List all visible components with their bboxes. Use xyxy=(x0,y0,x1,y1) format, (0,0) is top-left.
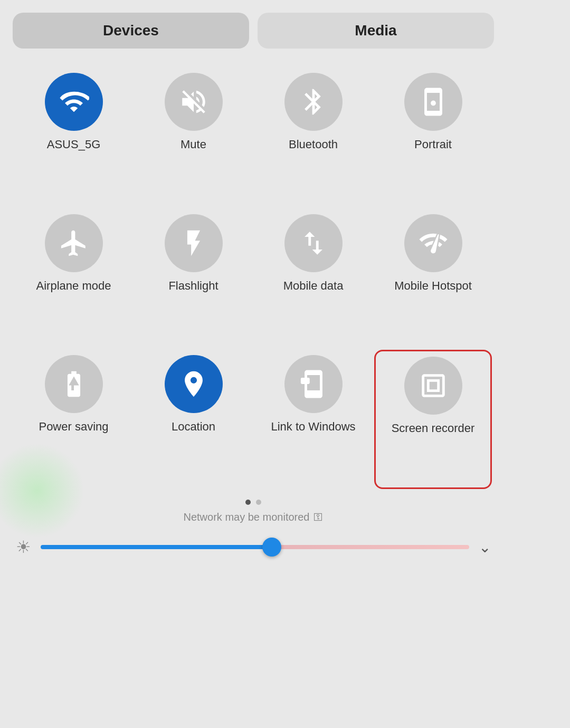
location-icon xyxy=(178,369,209,399)
screenrecorder-icon xyxy=(418,370,449,401)
portrait-icon xyxy=(418,87,449,117)
bluetooth-icon xyxy=(298,87,329,117)
powersaving-icon xyxy=(59,369,89,399)
tile-wifi[interactable]: ASUS_5G xyxy=(15,68,132,204)
quick-settings-grid: ASUS_5G Mute Bluetooth Portrait xyxy=(0,57,507,494)
brightness-slider-thumb[interactable] xyxy=(262,538,281,557)
tile-flashlight-label: Flashlight xyxy=(168,279,218,294)
tile-portrait-label: Portrait xyxy=(414,137,452,152)
tile-mobiledata[interactable]: Mobile data xyxy=(254,209,372,345)
tile-mute-label: Mute xyxy=(180,137,206,152)
portrait-icon-circle xyxy=(404,73,462,131)
powersaving-icon-circle xyxy=(45,355,103,413)
tile-hotspot[interactable]: Mobile Hotspot xyxy=(374,209,492,345)
bluetooth-icon-circle xyxy=(284,73,343,131)
mobiledata-icon-circle xyxy=(284,214,343,272)
chevron-down-icon[interactable]: ⌄ xyxy=(479,539,491,556)
tile-linktows-label: Link to Windows xyxy=(271,419,355,435)
tile-airplane-label: Airplane mode xyxy=(36,279,111,294)
tile-portrait[interactable]: Portrait xyxy=(374,68,492,204)
tab-media[interactable]: Media xyxy=(258,13,494,49)
tile-hotspot-label: Mobile Hotspot xyxy=(394,279,472,294)
dot-2 xyxy=(256,500,261,505)
tile-linktows[interactable]: Link to Windows xyxy=(254,350,372,489)
dot-1 xyxy=(245,500,251,505)
svg-rect-0 xyxy=(300,378,309,384)
page-dots xyxy=(0,494,507,508)
mobiledata-icon xyxy=(298,228,329,258)
tile-mobiledata-label: Mobile data xyxy=(283,279,344,294)
network-notice-text: Network may be monitored xyxy=(184,511,310,523)
wifi-icon xyxy=(59,87,89,117)
hotspot-icon-circle xyxy=(404,214,462,272)
tile-screenrecorder[interactable]: Screen recorder xyxy=(374,350,492,489)
tile-screenrecorder-label: Screen recorder xyxy=(392,421,475,436)
location-icon-circle xyxy=(165,355,223,413)
mute-icon xyxy=(178,87,209,117)
tile-powersaving[interactable]: Power saving xyxy=(15,350,132,489)
tile-mute[interactable]: Mute xyxy=(135,68,252,204)
network-notice: Network may be monitored ⚿ xyxy=(0,508,507,532)
brightness-slider-track[interactable] xyxy=(41,545,469,549)
mute-icon-circle xyxy=(165,73,223,131)
flashlight-icon xyxy=(178,228,209,258)
key-icon: ⚿ xyxy=(314,512,323,523)
airplane-icon-circle xyxy=(45,214,103,272)
hotspot-icon xyxy=(418,228,449,258)
tile-powersaving-label: Power saving xyxy=(39,419,108,435)
airplane-icon xyxy=(59,228,89,258)
top-tabs: Devices Media xyxy=(0,0,507,57)
wifi-icon-circle xyxy=(45,73,103,131)
tile-location[interactable]: Location xyxy=(135,350,252,489)
screenrecorder-icon-circle xyxy=(404,357,462,415)
tile-location-label: Location xyxy=(172,419,215,435)
flashlight-icon-circle xyxy=(165,214,223,272)
brightness-sun-icon: ☀ xyxy=(16,537,31,557)
brightness-bar: ☀ ⌄ xyxy=(0,532,507,570)
tile-wifi-label: ASUS_5G xyxy=(47,137,101,152)
tab-devices[interactable]: Devices xyxy=(13,13,249,49)
tile-airplane[interactable]: Airplane mode xyxy=(15,209,132,345)
tile-flashlight[interactable]: Flashlight xyxy=(135,209,252,345)
tile-bluetooth[interactable]: Bluetooth xyxy=(254,68,372,204)
linktows-icon-circle xyxy=(284,355,343,413)
tile-bluetooth-label: Bluetooth xyxy=(289,137,338,152)
linktows-icon xyxy=(298,369,329,399)
